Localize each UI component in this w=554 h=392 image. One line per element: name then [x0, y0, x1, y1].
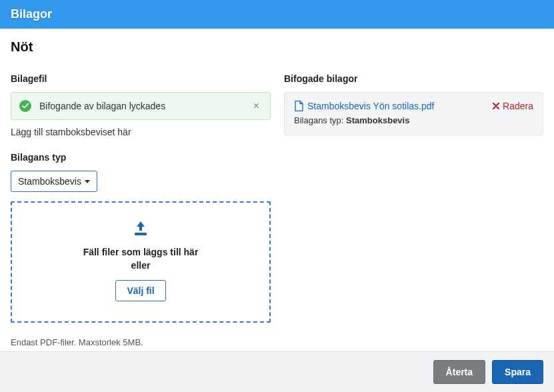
alert-close-button[interactable]: ×	[251, 100, 262, 112]
right-column: Bifogade bilagor Stamboksbevis Yön sotil…	[284, 73, 543, 347]
svg-rect-0	[135, 233, 147, 235]
page-header: Bilagor	[0, 0, 554, 29]
delete-attachment-button[interactable]: Radera	[493, 101, 533, 111]
save-button[interactable]: Spara	[492, 360, 543, 384]
dropdown-selected: Stamboksbevis	[18, 176, 81, 187]
page-title: Nöt	[11, 39, 543, 55]
footer-bar: Återta Spara	[0, 351, 554, 392]
attachment-type-dropdown[interactable]: Stamboksbevis	[11, 171, 97, 192]
attachment-type-label: Bilagans typ	[11, 152, 271, 163]
revert-button[interactable]: Återta	[433, 360, 485, 384]
dropzone-line2: eller	[131, 260, 151, 271]
dropzone-line1: Fäll filer som läggs till här	[83, 247, 199, 257]
close-icon: ×	[253, 100, 259, 111]
header-title: Bilagor	[11, 7, 52, 21]
dropzone-text: Fäll filer som läggs till här eller	[19, 246, 263, 272]
file-restriction-hint: Endast PDF-filer. Maxstorlek 5MB.	[11, 337, 271, 347]
attached-file-type: Bilagans typ: Stamboksbevis	[294, 115, 533, 125]
success-alert: Bifogande av bilagan lyckades ×	[11, 92, 271, 120]
attachment-file-label: Bilagefil	[11, 73, 271, 84]
upload-icon	[19, 220, 263, 239]
delete-icon	[493, 101, 499, 111]
delete-label: Radera	[503, 101, 533, 111]
file-icon	[294, 101, 303, 111]
left-column: Bilagefil Bifogande av bilagan lyckades …	[11, 73, 271, 347]
type-value: Stamboksbevis	[346, 115, 409, 125]
columns: Bilagefil Bifogande av bilagan lyckades …	[11, 73, 543, 347]
attached-file-card: Stamboksbevis Yön sotilas.pdf Radera Bil…	[284, 92, 543, 135]
type-label: Bilagans typ:	[294, 115, 343, 125]
attached-file-row: Stamboksbevis Yön sotilas.pdf Radera	[294, 101, 533, 111]
choose-file-button[interactable]: Välj fil	[115, 280, 165, 301]
add-hint-text: Lägg till stamboksbeviset här	[11, 127, 271, 137]
alert-text: Bifogande av bilagan lyckades	[39, 101, 251, 111]
attached-file-link[interactable]: Stamboksbevis Yön sotilas.pdf	[307, 101, 493, 111]
chevron-down-icon	[85, 180, 90, 183]
content-area: Nöt Bilagefil Bifogande av bilagan lycka…	[0, 29, 554, 347]
attached-files-label: Bifogade bilagor	[284, 73, 543, 84]
check-circle-icon	[19, 100, 31, 112]
file-dropzone[interactable]: Fäll filer som läggs till här eller Välj…	[11, 201, 271, 323]
